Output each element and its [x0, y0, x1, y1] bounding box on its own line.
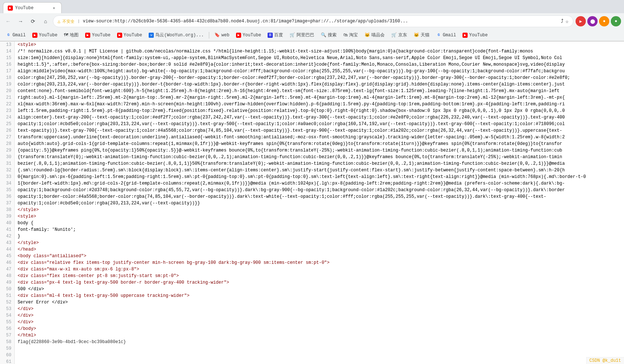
line-number: 45 — [0, 253, 14, 259]
bookmark-youtube-3[interactable]: YouTube — [114, 32, 145, 39]
csdn-label: CSDN — [589, 358, 600, 363]
active-tab[interactable]: YouTube ✕ — [3, 2, 62, 13]
line-number: 16 — [0, 61, 14, 68]
code-line: </body> — [18, 325, 624, 332]
line-number: 43 — [0, 240, 14, 246]
bookmark-map[interactable]: 🗺 地图 — [61, 31, 81, 39]
browser-chrome: YouTube ✕ ← → ⟳ ⌂ △ 不安全 | view-source:ht… — [0, 0, 624, 41]
code-line: } — [18, 233, 624, 240]
line-number: 23 — [0, 108, 14, 114]
bookmark-tmall[interactable]: 🐱 天猫 — [411, 31, 432, 39]
line-number: 22 — [0, 101, 14, 108]
home-button[interactable]: ⌂ — [40, 16, 51, 26]
line-number: 51 — [0, 292, 14, 299]
bookmark-label: 搜索 — [328, 32, 337, 38]
bookmark-label: 百度 — [274, 32, 283, 38]
code-line: opacity:1;border-color:#4a5568;border-co… — [18, 193, 624, 200]
line-number: 32 — [0, 167, 14, 174]
code-line: 0{margin:0}.sm\:px-6{padding-left:1.5rem… — [18, 174, 624, 180]
line-number: 40 — [0, 220, 14, 226]
address-bar[interactable]: △ 不安全 | view-source:http://b26cb93e-5636… — [53, 15, 573, 27]
line-number: 44 — [0, 246, 14, 253]
code-content[interactable]: <style> /*! normalize.css v8.0.1 | MIT L… — [15, 41, 624, 364]
bookmark-web[interactable]: 🔖 web — [211, 31, 232, 39]
line-number: 33 — [0, 174, 14, 180]
line-number: 37 — [0, 200, 14, 207]
code-line: </div> — [18, 312, 624, 319]
line-number: 24 — [0, 114, 14, 121]
code-line: auto{width:auto}.grid-cols-1{grid-templa… — [18, 141, 624, 147]
line-number: 25 — [0, 121, 14, 127]
forward-button[interactable]: → — [15, 16, 26, 26]
code-line: content:none}.font-semibold{font-weight:… — [18, 88, 624, 94]
code-line: align:middle}video{max-width:100%;height… — [18, 68, 624, 74]
bookmark-youtube-4[interactable]: YouTube — [233, 32, 264, 39]
yt-favicon-5 — [462, 33, 468, 38]
bookmark-label: web — [221, 33, 229, 38]
code-line: {opacity:.5}}@keyframes ping{0%,to{opaci… — [18, 147, 624, 154]
code-line: /*! normalize.css v8.0.1 | MIT License |… — [18, 48, 624, 55]
taobao-favicon: 🛍 — [343, 32, 348, 38]
tab-close-button[interactable]: ✕ — [51, 5, 57, 11]
wooyun-favicon: W — [149, 33, 154, 38]
yt-favicon-4 — [236, 33, 241, 38]
bookmark-divider — [209, 32, 209, 39]
bookmark-alibaba[interactable]: 🛒 阿里巴巴 — [287, 31, 317, 39]
bookmark-label: 京东 — [398, 32, 407, 38]
bookmark-taobao[interactable]: 🛍 淘宝 — [340, 31, 361, 39]
bookmark-search[interactable]: 🔍 搜索 — [318, 31, 340, 39]
bookmark-youtube-2[interactable]: YouTube — [82, 32, 113, 39]
profile-green[interactable]: ● — [611, 16, 621, 26]
code-line: xl{max-width:36rem}.max-w-6xl{max-width:… — [18, 101, 624, 108]
back-button[interactable]: ← — [3, 16, 13, 26]
profile-orange[interactable]: ● — [599, 16, 609, 26]
code-line: {transform:translateY(0);-webkit-animati… — [18, 154, 624, 160]
profile-red[interactable]: ▶ — [576, 16, 586, 26]
bookmark-label: YouTube — [243, 33, 261, 38]
code-line: 1{border-left-width:1px}.md\:grid-cols-2… — [18, 180, 624, 187]
bookmark-jd[interactable]: 🛒 京东 — [388, 31, 410, 39]
code-line: </head> — [18, 246, 624, 253]
gmail-favicon: G — [6, 33, 11, 38]
source-area: 1314151617181920212223242526272829303132… — [0, 41, 624, 364]
bookmark-label: 阿里巴巴 — [297, 32, 314, 38]
csdn-badge: CSDN @k_du1t — [586, 357, 624, 364]
map-favicon: 🗺 — [64, 32, 68, 38]
code-line: </div> — [18, 306, 624, 312]
line-number: 31 — [0, 160, 14, 167]
address-bar-row: ← → ⟳ ⌂ △ 不安全 | view-source:http://b26cb… — [0, 13, 624, 29]
bookmark-gmail-1[interactable]: G Gmail — [3, 32, 29, 39]
code-line: color:rgba(247,250,252,var(--bg-opacity)… — [18, 74, 624, 81]
bookmark-miaopinhui[interactable]: 🐱 喵品会 — [362, 31, 388, 39]
profile-purple[interactable]: ⬤ — [587, 16, 598, 26]
code-line: flag{d228860-3e9b-4bd1-9cec-bc39ba080e1c… — [18, 339, 624, 345]
reload-button[interactable]: ⟳ — [28, 16, 38, 26]
bookmark-wooyun[interactable]: W 鸟云(WooYun.org)... — [146, 31, 207, 39]
line-number: 20 — [0, 88, 14, 94]
code-line: <div class="ml-4 text-lg text-gray-500 u… — [18, 292, 624, 299]
line-number: 46 — [0, 259, 14, 266]
line-number: 13 — [0, 41, 14, 48]
security-warning-text: 不安全 — [62, 19, 75, 24]
alibaba-favicon: 🛒 — [290, 32, 295, 38]
bookmark-star-icon[interactable]: ☆ — [566, 18, 569, 25]
code-line: </div> — [18, 319, 624, 325]
bookmark-baidu[interactable]: 百 百度 — [265, 31, 286, 39]
bookmark-youtube-1[interactable]: YouTube — [29, 32, 60, 39]
code-line: opacity:1;color:#cbd5e0;color:rgba(203,2… — [18, 121, 624, 127]
line-number: 50 — [0, 286, 14, 292]
code-line: </html> — [18, 332, 624, 339]
bookmarks-bar: G Gmail YouTube 🗺 地图 YouTube YouTube W 鸟… — [0, 29, 624, 41]
line-number: 60 — [0, 352, 14, 358]
profile-buttons: ▶ ⬤ ● ● — [576, 16, 621, 26]
line-number: 28 — [0, 141, 14, 147]
code-line: <div class="max-w-xl mx-auto sm:px-6 lg:… — [18, 266, 624, 273]
bookmark-youtube-5[interactable]: YouTube — [460, 32, 490, 39]
bookmark-label: 喵品会 — [371, 32, 385, 38]
bookmark-label: Gmail — [12, 33, 26, 38]
code-line: </style> — [18, 240, 624, 246]
share-icon[interactable]: ⤴ — [561, 18, 563, 24]
miaopinhui-favicon: 🐱 — [364, 32, 370, 38]
code-line: opacity:1;color:#cbd5e0;color:rgba(203,2… — [18, 200, 624, 207]
bookmark-gmail-2[interactable]: G Gmail — [433, 32, 459, 39]
